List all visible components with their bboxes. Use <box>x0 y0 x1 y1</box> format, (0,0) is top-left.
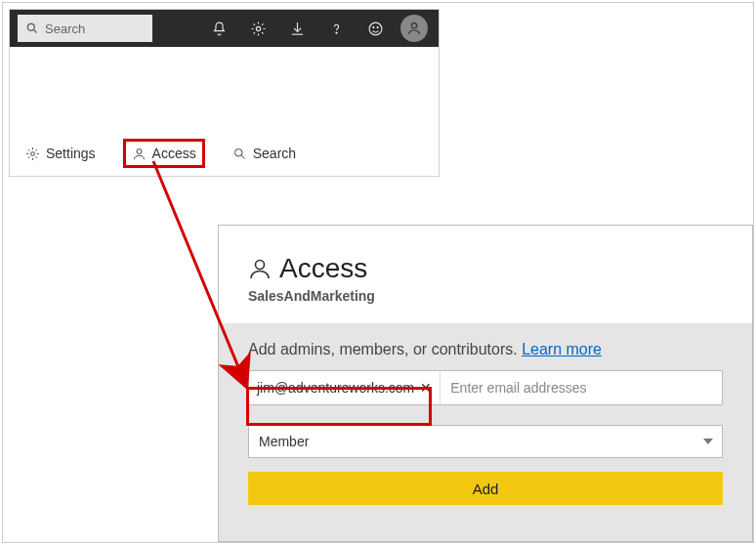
panel-subtitle: SalesAndMarketing <box>248 288 723 304</box>
tab-access[interactable]: Access <box>123 139 205 168</box>
svg-line-1 <box>34 30 37 33</box>
learn-more-link[interactable]: Learn more <box>522 341 602 357</box>
instruction-text: Add admins, members, or contributors. Le… <box>248 341 723 358</box>
svg-point-2 <box>256 26 260 30</box>
add-button[interactable]: Add <box>248 472 723 505</box>
search-icon <box>232 147 247 161</box>
person-icon <box>132 147 147 161</box>
svg-point-0 <box>27 23 34 30</box>
help-icon <box>328 21 345 37</box>
tab-label: Search <box>253 146 296 161</box>
search-icon <box>25 21 39 35</box>
account-button[interactable] <box>398 12 431 45</box>
tab-search[interactable]: Search <box>227 142 302 165</box>
svg-point-10 <box>234 148 242 156</box>
top-panel: Search <box>9 9 440 177</box>
avatar <box>400 15 428 42</box>
tab-row: Settings Access Search <box>20 139 302 168</box>
access-panel: Access SalesAndMarketing Add admins, mem… <box>218 225 753 542</box>
highlight-callout <box>246 387 432 426</box>
svg-point-4 <box>369 22 382 35</box>
person-icon <box>248 257 272 280</box>
tab-settings[interactable]: Settings <box>20 142 102 165</box>
search-placeholder-text: Search <box>45 21 85 36</box>
svg-point-3 <box>335 32 336 33</box>
dark-toolbar: Search <box>10 10 439 47</box>
gear-icon <box>250 21 267 37</box>
tab-label: Access <box>152 146 196 161</box>
feedback-button[interactable] <box>358 12 392 45</box>
bell-icon <box>211 21 228 37</box>
svg-point-7 <box>411 23 416 28</box>
smile-icon <box>367 21 384 37</box>
panel-title: Access <box>279 253 367 284</box>
gear-icon <box>25 147 40 161</box>
tab-label: Settings <box>46 146 96 161</box>
download-button[interactable] <box>280 12 314 45</box>
settings-button[interactable] <box>241 12 274 45</box>
person-icon <box>406 21 422 36</box>
svg-point-12 <box>256 261 265 270</box>
help-button[interactable] <box>319 12 353 45</box>
access-header: Access SalesAndMarketing <box>219 226 752 323</box>
svg-point-6 <box>377 26 378 27</box>
notifications-button[interactable] <box>202 12 235 45</box>
svg-line-11 <box>241 155 244 158</box>
svg-point-8 <box>31 151 35 155</box>
role-select-wrap: Member <box>248 425 723 458</box>
instruction-label: Add admins, members, or contributors. <box>248 341 518 357</box>
download-icon <box>289 21 306 37</box>
svg-point-9 <box>137 148 142 153</box>
svg-point-5 <box>372 26 373 27</box>
email-field[interactable] <box>441 371 722 404</box>
role-select[interactable]: Member <box>248 425 723 458</box>
global-search-input[interactable]: Search <box>18 15 152 42</box>
